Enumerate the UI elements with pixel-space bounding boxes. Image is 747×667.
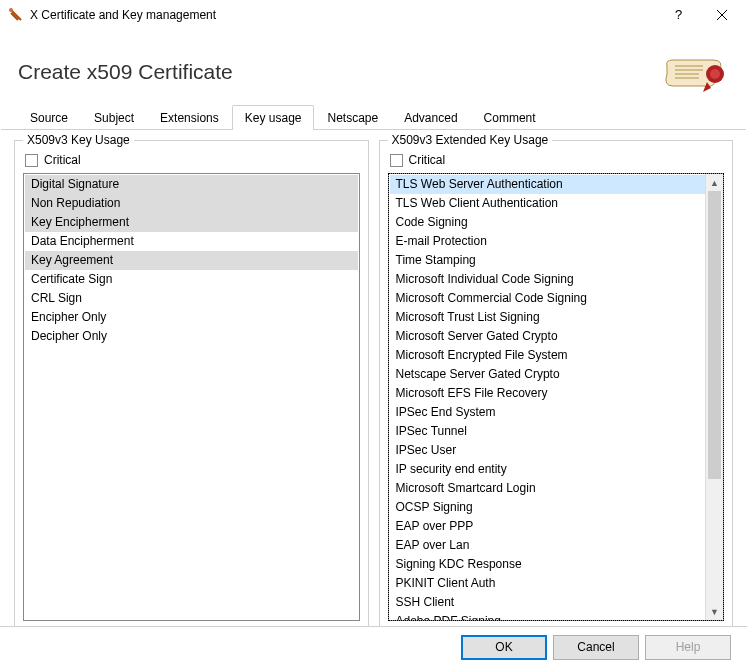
list-key-usage[interactable]: Digital SignatureNon RepudiationKey Enci… [23,173,360,621]
svg-text:?: ? [675,8,682,22]
list-item[interactable]: EAP over PPP [390,517,706,536]
cancel-button[interactable]: Cancel [553,635,639,660]
list-item[interactable]: Non Repudiation [25,194,358,213]
list-item[interactable]: Certificate Sign [25,270,358,289]
list-item[interactable]: Adobe PDF Signing [390,612,706,621]
tab-source[interactable]: Source [17,105,81,130]
list-item[interactable]: Digital Signature [25,175,358,194]
checkbox-icon[interactable] [25,154,38,167]
tab-subject[interactable]: Subject [81,105,147,130]
list-item[interactable]: OCSP Signing [390,498,706,517]
svg-point-5 [710,69,720,79]
list-item[interactable]: Microsoft EFS File Recovery [390,384,706,403]
help-button-footer: Help [645,635,731,660]
list-item[interactable]: Netscape Server Gated Crypto [390,365,706,384]
header: Create x509 Certificate [0,30,747,104]
tab-key-usage[interactable]: Key usage [232,105,315,130]
list-item[interactable]: Microsoft Commercial Code Signing [390,289,706,308]
list-item[interactable]: TLS Web Server Authentication [390,175,706,194]
app-icon [8,7,24,23]
tab-panel-key-usage: X509v3 Key Usage Critical Digital Signat… [0,130,747,640]
scrollbar-vertical[interactable]: ▲ ▼ [705,174,723,620]
tab-advanced[interactable]: Advanced [391,105,470,130]
list-item[interactable]: Microsoft Trust List Signing [390,308,706,327]
list-ext-key-usage[interactable]: TLS Web Server AuthenticationTLS Web Cli… [388,173,725,621]
list-item[interactable]: IP security end entity [390,460,706,479]
svg-point-0 [9,8,13,12]
list-item[interactable]: EAP over Lan [390,536,706,555]
critical-checkbox-row-key-usage[interactable]: Critical [25,153,358,167]
titlebar: X Certificate and Key management ? [0,0,747,30]
list-item[interactable]: IPSec Tunnel [390,422,706,441]
critical-label: Critical [409,153,446,167]
tab-netscape[interactable]: Netscape [314,105,391,130]
scroll-thumb[interactable] [708,191,721,479]
list-item[interactable]: Key Encipherment [25,213,358,232]
certificate-seal-icon [659,52,729,92]
scroll-down-icon[interactable]: ▼ [706,603,723,620]
checkbox-icon[interactable] [390,154,403,167]
list-item[interactable]: IPSec User [390,441,706,460]
list-item[interactable]: PKINIT Client Auth [390,574,706,593]
tabs-row: SourceSubjectExtensionsKey usageNetscape… [1,104,746,130]
group-ext-key-usage: X509v3 Extended Key Usage Critical TLS W… [379,140,734,630]
list-item[interactable]: IPSec End System [390,403,706,422]
dialog-footer: OK Cancel Help [0,626,747,667]
group-ext-key-usage-label: X509v3 Extended Key Usage [388,133,553,147]
critical-label: Critical [44,153,81,167]
list-item[interactable]: E-mail Protection [390,232,706,251]
critical-checkbox-row-ext-key-usage[interactable]: Critical [390,153,723,167]
list-item[interactable]: Decipher Only [25,327,358,346]
list-item[interactable]: Encipher Only [25,308,358,327]
tab-comment[interactable]: Comment [471,105,549,130]
ok-button[interactable]: OK [461,635,547,660]
page-title: Create x509 Certificate [18,60,233,84]
scroll-up-icon[interactable]: ▲ [706,174,723,191]
list-item[interactable]: Key Agreement [25,251,358,270]
tab-extensions[interactable]: Extensions [147,105,232,130]
list-item[interactable]: Signing KDC Response [390,555,706,574]
list-item[interactable]: TLS Web Client Authentication [390,194,706,213]
list-item[interactable]: Microsoft Smartcard Login [390,479,706,498]
list-item[interactable]: Microsoft Encrypted File System [390,346,706,365]
scroll-track[interactable] [706,191,723,603]
list-item[interactable]: CRL Sign [25,289,358,308]
group-key-usage-label: X509v3 Key Usage [23,133,134,147]
close-button[interactable] [701,0,743,30]
list-item[interactable]: SSH Client [390,593,706,612]
list-item[interactable]: Time Stamping [390,251,706,270]
list-item[interactable]: Code Signing [390,213,706,232]
help-button[interactable]: ? [659,0,701,30]
window-title: X Certificate and Key management [30,8,659,22]
list-item[interactable]: Microsoft Server Gated Crypto [390,327,706,346]
group-key-usage: X509v3 Key Usage Critical Digital Signat… [14,140,369,630]
list-item[interactable]: Data Encipherment [25,232,358,251]
list-item[interactable]: Microsoft Individual Code Signing [390,270,706,289]
